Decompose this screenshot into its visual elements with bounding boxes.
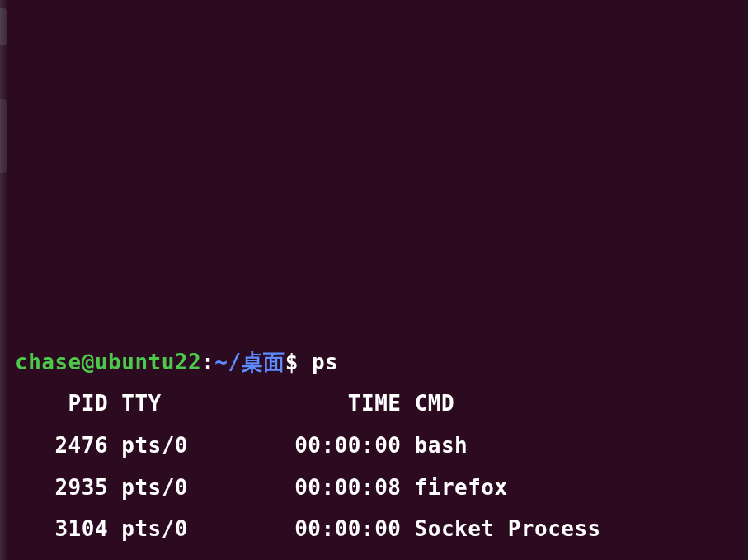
header-pid: PID [15,391,121,416]
header-time: TIME [228,391,414,416]
prompt-colon: : [201,350,214,374]
left-decoration [0,0,8,560]
prompt-user-host: chase@ubuntu22 [15,350,201,374]
table-row: 2476 pts/0 00:00:00 bash [15,433,468,458]
header-cmd: CMD [415,391,454,416]
terminal-area[interactable]: chase@ubuntu22:~/桌面$ ps PID TTY TIME CMD… [15,341,733,561]
dock-hint-mid [0,99,7,173]
prompt-symbol: $ [285,350,299,374]
command-text: ps [312,350,338,374]
table-row: 3104 pts/0 00:00:00 Socket Process [15,516,601,541]
prompt-path: ~/桌面 [214,350,285,374]
header-row: PID TTY TIME CMD [15,391,454,416]
process-rows: 2476 pts/0 00:00:00 bash 2935 pts/0 00:0… [15,425,733,560]
dock-hint-top [0,8,7,45]
table-row: 2935 pts/0 00:00:08 firefox [15,475,508,500]
header-tty: TTY [121,391,228,416]
